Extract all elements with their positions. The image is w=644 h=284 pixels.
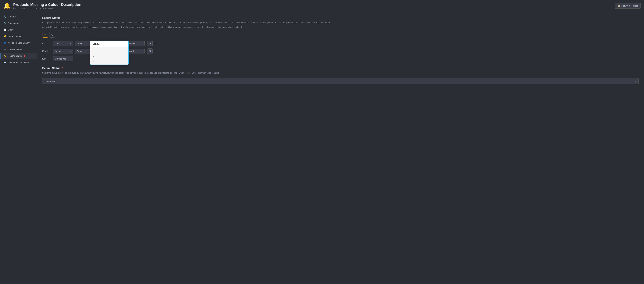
content-area: Record Status Manage the status of the r…: [37, 12, 644, 284]
sidebar-item-custom-fields[interactable]: ⊞ Custom Fields: [0, 46, 37, 53]
condition-row-else: Else Unresolved: [42, 56, 639, 61]
add-condition-button[interactable]: +: [42, 32, 48, 38]
top-bar: 🔔 Products Missing a Colour Description …: [0, 0, 644, 12]
dropdown-option-value[interactable]: Value...: [90, 41, 128, 47]
condition1-field-select[interactable]: Class: [53, 41, 73, 46]
delete-condition2-button[interactable]: 🗑: [147, 48, 152, 54]
condition2-actions: 🗑 ⋮: [147, 48, 158, 54]
default-status-title: Default Status *: [42, 67, 639, 70]
mail-icon: ✉️: [4, 61, 6, 64]
section-desc-1: Manage the status of the results by prov…: [42, 21, 639, 24]
else-if-label: Else if: [42, 50, 52, 52]
dropdown-option-l[interactable]: L: [90, 53, 128, 59]
condition-row-else-if: Else if Ignore Equals Value... then Igno…: [42, 48, 639, 54]
condition1-actions: 🗑 ⋮: [147, 41, 158, 46]
user-icon: 👤: [4, 42, 6, 44]
sidebar-item-label: Custom Fields: [8, 48, 22, 51]
sidebar-item-label: General: [8, 16, 16, 18]
edit-icon: ✏️: [4, 55, 6, 57]
top-bar-left: 🔔 Products Missing a Colour Description …: [3, 2, 81, 10]
required-badge: [24, 55, 25, 57]
return-icon: 🏠: [618, 4, 620, 7]
connection-icon: 🔧: [4, 22, 6, 24]
sidebar-item-key-columns[interactable]: 🔑 Key Columns: [0, 33, 37, 40]
toolbar-row: + ↻: [42, 32, 639, 38]
main-layout: 🔧 General 🔧 Connection 📄 Query 🔑 Key Col…: [0, 12, 644, 284]
key-icon: 🔑: [4, 35, 6, 38]
sidebar-item-query[interactable]: 📄 Query: [0, 26, 37, 33]
document-icon: 📄: [4, 28, 6, 31]
sidebar-item-record-status[interactable]: ✏️ Record Status: [0, 53, 37, 59]
sidebar-item-label: Record Status: [8, 55, 22, 57]
default-status-required: *: [62, 67, 63, 70]
sidebar-item-assigned-user[interactable]: 👤 Assigned User Column: [0, 40, 37, 46]
wrench-icon: 🔧: [4, 16, 6, 18]
section-title: Record Status: [42, 16, 639, 20]
default-status-desc: Select the status that will be displayed…: [42, 72, 639, 74]
page-title: Products Missing a Colour Description: [13, 2, 81, 7]
sidebar-item-communication[interactable]: ✉️ Communication Rules: [0, 59, 37, 66]
record-status-section: Record Status Manage the status of the r…: [42, 16, 639, 61]
section-desc-2: All available options below are generate…: [42, 26, 639, 29]
more-condition2-button[interactable]: ⋮: [154, 49, 158, 53]
delete-condition1-button[interactable]: 🗑: [147, 41, 152, 46]
sidebar-item-label: Key Columns: [8, 35, 21, 38]
grid-icon: ⊞: [4, 48, 6, 51]
default-status-section: Default Status * Select the status that …: [42, 67, 639, 84]
sidebar-item-label: Connection: [8, 22, 19, 24]
sidebar-item-general[interactable]: 🔧 General: [0, 14, 37, 20]
top-bar-title: Products Missing a Colour Description Na…: [13, 2, 81, 9]
default-status-select[interactable]: Unresolved: [42, 78, 639, 84]
if-label: If: [42, 42, 52, 44]
dropdown-option-m[interactable]: M: [90, 59, 128, 64]
sidebar-item-connection[interactable]: 🔧 Connection: [0, 20, 37, 26]
more-condition1-button[interactable]: ⋮: [154, 42, 158, 45]
sidebar-item-label: Communication Rules: [8, 61, 29, 64]
else-label: Else: [42, 58, 52, 60]
refresh-button[interactable]: ↻: [49, 32, 55, 38]
sidebar-item-label: Query: [8, 28, 14, 31]
sidebar: 🔧 General 🔧 Connection 📄 Query 🔑 Key Col…: [0, 12, 37, 284]
return-label: Return to Project: [621, 4, 638, 7]
dropdown-option-h[interactable]: H: [90, 47, 128, 53]
condition2-field-select[interactable]: Ignore: [53, 48, 73, 54]
else-result: Unresolved: [53, 56, 73, 61]
value-dropdown-popup: Value... H L M: [90, 40, 129, 65]
page-subtitle: Navigate to the section that you would l…: [13, 7, 81, 9]
condition-row-if: If Class Equals Value... then Resolved 🗑…: [42, 40, 639, 46]
return-to-project-button[interactable]: 🏠 Return to Project: [615, 3, 641, 8]
bell-icon: 🔔: [3, 2, 11, 10]
sidebar-item-label: Assigned User Column: [8, 42, 30, 44]
